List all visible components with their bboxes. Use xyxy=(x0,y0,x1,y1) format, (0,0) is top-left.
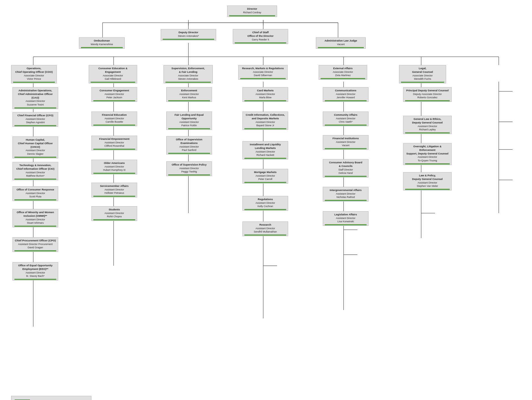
col6-head: Legal,General Counsel Associate Director… xyxy=(399,65,446,83)
enforcement-box: Enforcement Assistant Director Kent Mark… xyxy=(166,87,212,102)
community-affairs-box: Community Affairs Assistant Director Chr… xyxy=(323,112,369,126)
cio-box: Technology & Innovation,Chief Informatio… xyxy=(12,162,58,180)
mortgage-markets-box: Mortgage Markets Assistant Director Pete… xyxy=(242,169,288,184)
fair-lending-box: Fair Lending and Equal Opportunity Assis… xyxy=(166,112,212,130)
omwi-box: Office of Minority and WomenInclusion (O… xyxy=(12,209,58,227)
communications-box: Communications Assistant Director Jennif… xyxy=(323,87,369,102)
ombudsman-box: Ombudsman Wendy Kamenshine xyxy=(79,37,125,49)
admin-law-judge-box: Administrative Law Judge Vacant xyxy=(316,37,366,49)
card-markets-box: Card Markets Assistant Director Marla Bl… xyxy=(242,87,288,102)
general-law-box: General Law & Ethics,Deputy General Coun… xyxy=(403,116,452,134)
older-americans-box: Older Americans Assistant Director Huber… xyxy=(91,160,137,174)
research-box: Research Assistant Director Sendhil Mull… xyxy=(242,221,288,236)
director-box: Director Richard Cordray xyxy=(227,6,277,17)
chco-box: Human Capital,Chief Human Capital Office… xyxy=(12,136,58,158)
financial-empowerment-box: Financial Empowerment Assistant Director… xyxy=(91,136,137,150)
org-chart: Director Richard Cordray Deputy Director… xyxy=(6,6,521,388)
col2-head: Consumer Education & Engagement Associat… xyxy=(89,65,137,83)
eeo-box: Office of Equal OpportunityEmployment (E… xyxy=(12,262,58,280)
law-policy-box: Law & Policy,Deputy General Counsel Assi… xyxy=(403,172,452,190)
regulations-box: Regulations Assistant Director Kelly Coc… xyxy=(242,196,288,211)
col5-head: External Affairs Associate Director Zixt… xyxy=(319,65,367,80)
col1-head: Operations,Chief Operating Officer (COO)… xyxy=(11,65,57,83)
servicemember-affairs-box: Servicemember Affairs Assistant Director… xyxy=(91,183,137,197)
consumer-response-box: Office of Consumer Response Assistant Di… xyxy=(12,186,58,201)
col3-head: Supervision, Enforcement,& Fair Lending … xyxy=(163,65,213,83)
consumer-engagement-box: Consumer Engagement Assistant Director P… xyxy=(91,87,137,102)
oversight-box: Oversight, Litigation & EnforcementSuppo… xyxy=(403,143,452,165)
supervision-exams-box: Office of Supervision Examinations Assis… xyxy=(166,136,212,154)
financial-education-box: Financial Education Assistant Director C… xyxy=(91,112,137,126)
page: Director Richard Cordray Deputy Director… xyxy=(6,6,526,400)
principal-deputy-gc-box: Principal Deputy General Counsel Deputy … xyxy=(403,87,452,102)
legend-section: Legend * = Position currently filled on … xyxy=(11,396,526,400)
col4-head: Research, Markets & Regulations Associat… xyxy=(238,65,288,80)
cpo-box: Chief Procurement Officer (CPO) Assistan… xyxy=(12,237,58,252)
admin-ops-box: Administrative Operations,Chief Administ… xyxy=(12,87,58,109)
cfo-box: Chief Financial Officer (CFO) Assistant … xyxy=(12,112,58,127)
installment-box: Installment and LiquidityLending Markets… xyxy=(242,141,288,159)
credit-info-box: Credit Information, Collections,and Depo… xyxy=(242,112,288,130)
students-box: Students Assistant Director Rohit Chopra xyxy=(91,206,137,221)
financial-institutions-box: Financial Institutions Assistant Directo… xyxy=(323,135,369,150)
consumer-advisory-box: Consumer Advisory Board& Councils Staff … xyxy=(323,159,369,177)
intergovernmental-box: Intergovernmental Affairs Assistant Dire… xyxy=(323,187,369,202)
legislative-affairs-box: Legislative Affairs Assistant Director L… xyxy=(323,211,369,226)
supervision-policy-box: Office of Supervision Policy Assistant D… xyxy=(166,161,212,176)
deputy-director-box: Deputy Director Steven Antonakes* xyxy=(161,29,216,40)
chief-of-staff-box: Chief of StaffOffice of the Director Gar… xyxy=(233,29,288,44)
